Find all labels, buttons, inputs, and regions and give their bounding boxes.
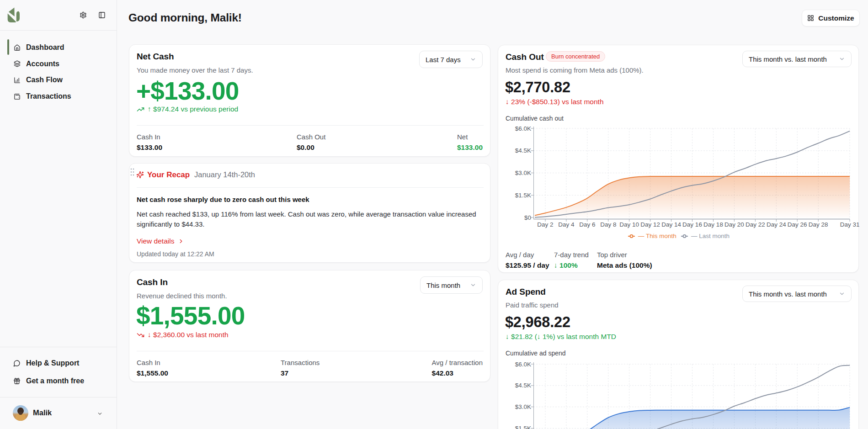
svg-text:$6.0K: $6.0K <box>515 125 531 132</box>
svg-text:$3.0K: $3.0K <box>515 403 531 410</box>
svg-text:$4.5K: $4.5K <box>515 382 531 389</box>
svg-text:$1.5K: $1.5K <box>515 192 531 199</box>
svg-text:Day 26: Day 26 <box>788 221 807 228</box>
svg-text:Day 16: Day 16 <box>682 221 702 228</box>
svg-text:$6.0K: $6.0K <box>515 361 531 368</box>
svg-text:$4.5K: $4.5K <box>515 147 531 154</box>
svg-text:Day 6: Day 6 <box>579 221 595 228</box>
svg-text:Day 20: Day 20 <box>724 221 744 228</box>
svg-text:Day 2: Day 2 <box>537 221 553 228</box>
svg-text:Day 28: Day 28 <box>809 221 828 228</box>
svg-text:Day 10: Day 10 <box>619 221 639 228</box>
svg-text:Day 18: Day 18 <box>703 221 723 228</box>
svg-text:Day 24: Day 24 <box>767 221 786 228</box>
svg-text:Day 4: Day 4 <box>558 221 575 228</box>
svg-text:Day 8: Day 8 <box>600 221 616 228</box>
svg-text:Day 12: Day 12 <box>640 221 660 228</box>
svg-text:$3.0K: $3.0K <box>515 169 531 176</box>
svg-text:$1.5K: $1.5K <box>515 425 531 429</box>
svg-text:$0: $0 <box>524 214 531 221</box>
svg-text:Day 31: Day 31 <box>840 221 859 228</box>
svg-text:Day 14: Day 14 <box>661 221 681 228</box>
svg-text:Day 22: Day 22 <box>746 221 765 228</box>
